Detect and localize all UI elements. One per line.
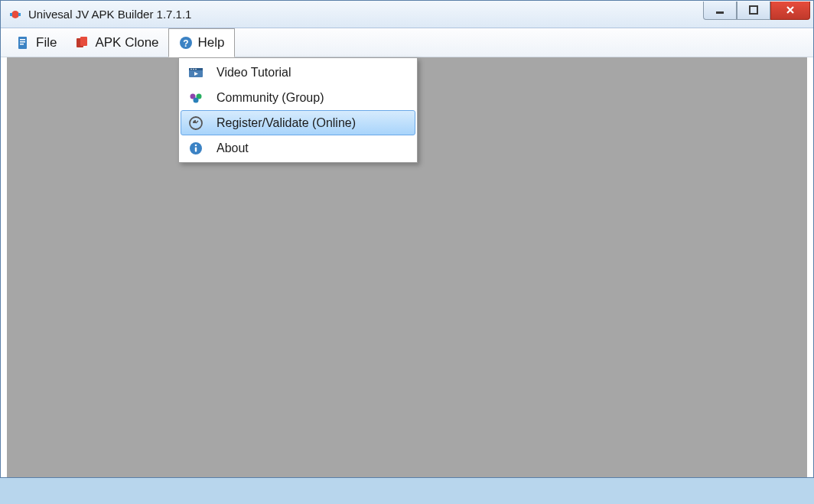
menu-file-label: File <box>36 35 57 50</box>
svg-rect-5 <box>18 37 27 49</box>
svg-rect-10 <box>80 37 87 46</box>
menu-item-video-tutorial[interactable]: Video Tutorial <box>181 60 415 85</box>
menu-file[interactable]: File <box>7 28 66 57</box>
svg-rect-3 <box>716 11 724 14</box>
file-icon <box>16 35 31 50</box>
menu-apk-clone[interactable]: APK Clone <box>66 28 168 57</box>
svg-text:?: ? <box>183 38 188 49</box>
svg-point-21 <box>194 97 199 102</box>
menu-item-label: Video Tutorial <box>217 66 291 80</box>
about-icon <box>187 140 204 157</box>
help-icon: ? <box>178 35 194 50</box>
app-icon <box>8 8 22 21</box>
community-icon <box>187 89 204 106</box>
menu-item-label: About <box>217 141 249 155</box>
menu-item-community[interactable]: Community (Group) <box>181 85 415 110</box>
menu-apk-clone-label: APK Clone <box>95 35 158 50</box>
titlebar[interactable]: Univesal JV APK Builder 1.7.1.1 <box>1 1 813 28</box>
svg-rect-6 <box>20 39 25 41</box>
menu-help[interactable]: ? Help <box>168 28 235 57</box>
svg-point-24 <box>195 144 197 146</box>
close-button[interactable] <box>770 2 810 20</box>
app-window: Univesal JV APK Builder 1.7.1.1 File APK <box>0 0 814 478</box>
apk-clone-icon <box>75 35 90 50</box>
svg-point-17 <box>195 68 197 70</box>
menu-item-register[interactable]: Register/Validate (Online) <box>181 110 415 135</box>
menu-item-label: Register/Validate (Online) <box>217 116 356 130</box>
svg-point-15 <box>190 68 192 70</box>
svg-rect-7 <box>20 41 25 43</box>
svg-point-0 <box>11 11 19 18</box>
svg-rect-8 <box>20 44 24 45</box>
window-controls <box>703 2 810 23</box>
maximize-button[interactable] <box>737 2 770 20</box>
svg-rect-1 <box>10 13 12 16</box>
help-dropdown: Video Tutorial Community (Group) Registe… <box>178 57 418 163</box>
video-icon <box>187 64 204 81</box>
minimize-button[interactable] <box>703 2 737 20</box>
svg-rect-2 <box>18 13 21 16</box>
register-icon <box>187 115 204 132</box>
menu-item-about[interactable]: About <box>181 135 415 161</box>
svg-point-16 <box>193 68 194 70</box>
svg-rect-25 <box>195 147 197 151</box>
window-title: Univesal JV APK Builder 1.7.1.1 <box>28 8 703 21</box>
menu-help-label: Help <box>198 35 225 50</box>
menu-item-label: Community (Group) <box>217 91 324 105</box>
svg-rect-4 <box>750 6 757 14</box>
menubar: File APK Clone ? Help <box>1 28 813 57</box>
